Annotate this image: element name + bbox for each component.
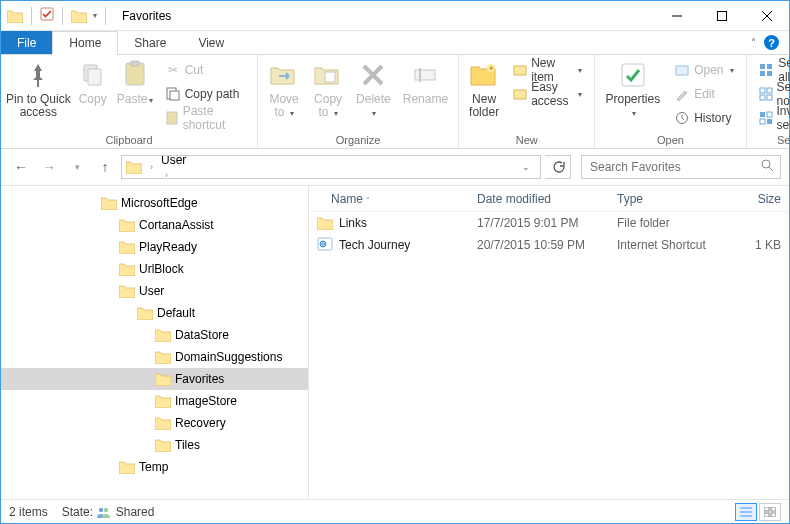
- chevron-right-icon[interactable]: ›: [161, 170, 172, 179]
- file-row[interactable]: Links17/7/2015 9:01 PMFile folder: [309, 212, 789, 234]
- tree-item[interactable]: MicrosoftEdge: [1, 192, 308, 214]
- rename-button[interactable]: Rename: [397, 57, 454, 108]
- tab-view[interactable]: View: [182, 31, 240, 54]
- recent-locations-button[interactable]: ▾: [65, 155, 89, 179]
- group-label-new: New: [463, 132, 590, 148]
- tree-item-label: ImageStore: [175, 394, 237, 408]
- svg-rect-48: [764, 513, 769, 517]
- qat-properties-icon[interactable]: [40, 7, 54, 24]
- group-label-clipboard: Clipboard: [5, 132, 253, 148]
- tree-item[interactable]: ImageStore: [1, 390, 308, 412]
- copy-path-button[interactable]: Copy path: [161, 83, 249, 105]
- details-view-button[interactable]: [735, 503, 757, 521]
- window-controls: [654, 1, 789, 30]
- breadcrumb-segment[interactable]: User: [161, 155, 238, 167]
- move-to-button[interactable]: Move to ▾: [262, 57, 306, 122]
- invert-selection-icon: [759, 110, 773, 126]
- status-bar: 2 items State: Shared: [1, 499, 789, 523]
- window-title: Favorites: [122, 9, 171, 23]
- ribbon-group-new: ✦ New folder New item▾ Easy access▾ New: [459, 55, 595, 148]
- column-name[interactable]: Name: [331, 192, 363, 206]
- search-input[interactable]: [588, 159, 761, 175]
- column-date[interactable]: Date modified: [469, 192, 609, 206]
- select-none-button[interactable]: Select none: [755, 83, 790, 105]
- address-bar[interactable]: › AC›MicrosoftEdge›User›Default›Favorite…: [121, 155, 541, 179]
- navigation-tree[interactable]: MicrosoftEdgeCortanaAssistPlayReadyUrlBl…: [1, 186, 309, 499]
- tree-item[interactable]: DataStore: [1, 324, 308, 346]
- file-date: 17/7/2015 9:01 PM: [469, 216, 609, 230]
- minimize-button[interactable]: [654, 1, 699, 30]
- history-button[interactable]: History: [670, 107, 737, 129]
- select-none-icon: [759, 86, 773, 102]
- edit-button[interactable]: Edit: [670, 83, 737, 105]
- back-button[interactable]: ←: [9, 155, 33, 179]
- delete-button[interactable]: Delete▾: [350, 57, 397, 122]
- tree-item[interactable]: Recovery: [1, 412, 308, 434]
- qat-newfolder-icon[interactable]: [71, 9, 87, 23]
- svg-rect-46: [764, 507, 769, 511]
- refresh-button[interactable]: [545, 155, 571, 179]
- file-row[interactable]: Tech Journey20/7/2015 10:59 PMInternet S…: [309, 234, 789, 256]
- large-icons-view-button[interactable]: [759, 503, 781, 521]
- navigation-bar: ← → ▾ ↑ › AC›MicrosoftEdge›User›Default›…: [1, 149, 789, 185]
- qat-dropdown-icon[interactable]: ▾: [93, 11, 97, 20]
- collapse-ribbon-icon[interactable]: ˄: [751, 37, 756, 48]
- svg-rect-25: [760, 64, 765, 69]
- close-button[interactable]: [744, 1, 789, 30]
- svg-rect-28: [767, 71, 772, 76]
- copy-button[interactable]: Copy: [72, 57, 114, 108]
- tree-item[interactable]: DomainSuggestions: [1, 346, 308, 368]
- new-folder-button[interactable]: ✦ New folder: [463, 57, 505, 121]
- column-size[interactable]: Size: [729, 192, 789, 206]
- easy-access-button[interactable]: Easy access▾: [509, 83, 586, 105]
- tree-item[interactable]: User: [1, 280, 308, 302]
- svg-rect-33: [760, 112, 765, 117]
- forward-button[interactable]: →: [37, 155, 61, 179]
- paste-shortcut-button[interactable]: Paste shortcut: [161, 107, 249, 129]
- cut-button[interactable]: ✂Cut: [161, 59, 249, 81]
- quick-access-toolbar: ▾ Favorites: [1, 7, 171, 25]
- new-item-icon: [513, 62, 527, 78]
- new-item-button[interactable]: New item▾: [509, 59, 586, 81]
- invert-selection-button[interactable]: Invert selection: [755, 107, 790, 129]
- sort-asc-icon: ˄: [366, 196, 370, 205]
- tree-item[interactable]: PlayReady: [1, 236, 308, 258]
- tab-home[interactable]: Home: [52, 31, 118, 55]
- file-date: 20/7/2015 10:59 PM: [469, 238, 609, 252]
- paste-button[interactable]: Paste▾: [114, 57, 157, 109]
- tree-item[interactable]: Favorites: [1, 368, 308, 390]
- column-headers[interactable]: Name ˄ Date modified Type Size: [309, 186, 789, 212]
- file-type: Internet Shortcut: [609, 238, 729, 252]
- maximize-button[interactable]: [699, 1, 744, 30]
- svg-point-37: [762, 160, 770, 168]
- tree-item[interactable]: Tiles: [1, 434, 308, 456]
- chevron-right-icon[interactable]: ›: [146, 162, 157, 172]
- copy-to-button[interactable]: Copy to ▾: [306, 57, 350, 122]
- select-all-button[interactable]: Select all: [755, 59, 790, 81]
- tree-item[interactable]: Default: [1, 302, 308, 324]
- svg-rect-13: [325, 72, 335, 82]
- tree-item[interactable]: CortanaAssist: [1, 214, 308, 236]
- svg-rect-11: [170, 91, 179, 100]
- svg-rect-7: [88, 69, 101, 85]
- help-icon[interactable]: ?: [764, 35, 779, 50]
- pin-to-quick-access-button[interactable]: Pin to Quick access: [5, 57, 72, 121]
- item-count: 2 items: [9, 505, 48, 519]
- tree-item[interactable]: UrlBlock: [1, 258, 308, 280]
- explorer-window: ▾ Favorites File Home Share View ˄ ? Pin…: [0, 0, 790, 524]
- tree-item-label: DataStore: [175, 328, 229, 342]
- up-button[interactable]: ↑: [93, 155, 117, 179]
- svg-line-38: [769, 167, 773, 171]
- address-dropdown-icon[interactable]: ⌄: [516, 162, 536, 172]
- open-button[interactable]: Open▾: [670, 59, 737, 81]
- properties-button[interactable]: Properties▾: [599, 57, 666, 122]
- tab-file[interactable]: File: [1, 31, 52, 54]
- search-box[interactable]: [581, 155, 781, 179]
- group-label-select: Select: [751, 132, 790, 148]
- svg-rect-23: [676, 66, 688, 75]
- tab-share[interactable]: Share: [118, 31, 182, 54]
- column-type[interactable]: Type: [609, 192, 729, 206]
- folder-icon: [137, 306, 153, 320]
- tree-item-label: Default: [157, 306, 195, 320]
- tree-item[interactable]: Temp: [1, 456, 308, 478]
